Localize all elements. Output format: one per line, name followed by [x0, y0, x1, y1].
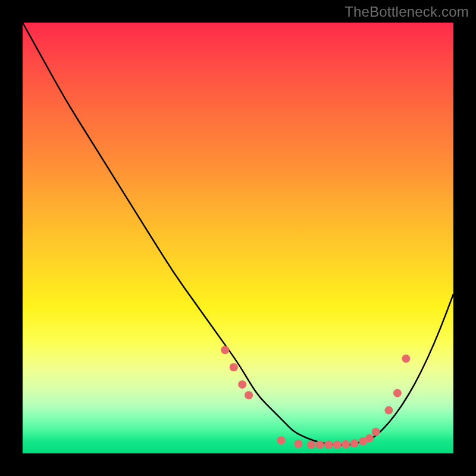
data-marker — [277, 436, 285, 444]
data-marker — [245, 391, 253, 399]
data-marker — [402, 355, 410, 363]
chart-frame: TheBottleneck.com — [0, 0, 476, 476]
marker-group — [221, 346, 410, 449]
plot-gradient-area — [23, 23, 453, 453]
data-marker — [294, 440, 302, 448]
curve-svg — [23, 23, 453, 453]
data-marker — [393, 389, 402, 397]
data-marker — [372, 428, 380, 436]
bottleneck-curve — [23, 23, 453, 445]
data-marker — [342, 440, 350, 449]
data-marker — [365, 434, 374, 443]
data-marker — [221, 346, 229, 354]
data-marker — [316, 441, 324, 449]
data-marker — [230, 363, 238, 371]
data-marker — [324, 441, 333, 449]
data-marker — [307, 441, 315, 449]
data-marker — [350, 439, 358, 447]
data-marker — [384, 406, 393, 415]
watermark-text: TheBottleneck.com — [345, 4, 469, 20]
data-marker — [238, 380, 246, 389]
data-marker — [333, 441, 342, 449]
